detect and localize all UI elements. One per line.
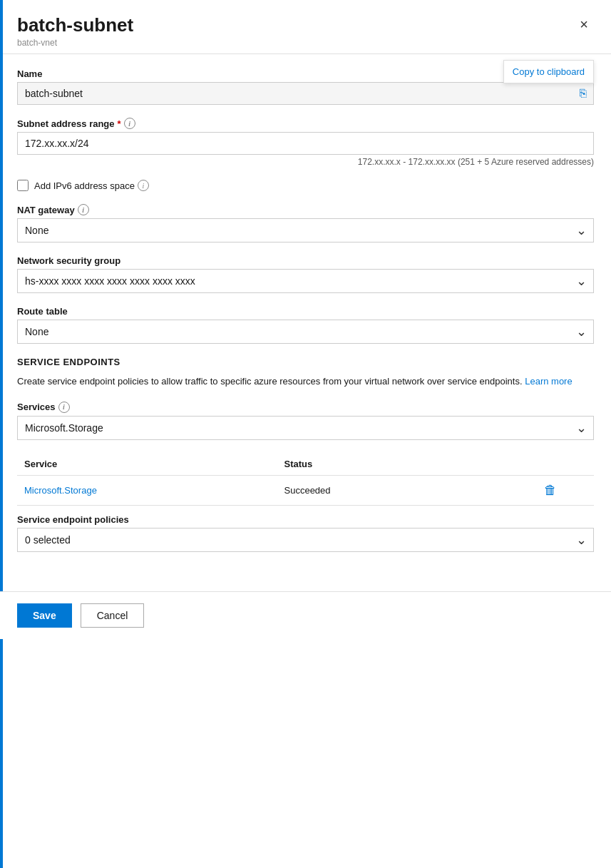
services-field-group: Services i Microsoft.Storage ⌄ — [17, 402, 594, 440]
service-endpoint-policies-label: Service endpoint policies — [17, 514, 594, 525]
subnet-address-info-icon[interactable]: i — [124, 118, 135, 129]
service-endpoints-section: SERVICE ENDPOINTS Create service endpoin… — [17, 357, 594, 389]
nsg-select-wrap: hs-xxxx xxxx xxxx xxxx xxxx xxxx xxxx ⌄ — [17, 269, 594, 293]
cancel-button[interactable]: Cancel — [81, 603, 145, 628]
address-hint: 172.xx.xx.x - 172.xx.xx.xx (251 + 5 Azur… — [17, 157, 594, 167]
status-cell: Succeeded — [284, 485, 545, 496]
nsg-select[interactable]: hs-xxxx xxxx xxxx xxxx xxxx xxxx xxxx — [17, 269, 594, 293]
nat-gateway-field-group: NAT gateway i None ⌄ — [17, 204, 594, 242]
table-row: Microsoft.Storage Succeeded 🗑 — [17, 476, 594, 506]
nat-gateway-select-wrap: None ⌄ — [17, 218, 594, 242]
panel-title: batch-subnet — [17, 14, 133, 36]
subnet-address-field-group: Subnet address range * i 172.xx.xx.x - 1… — [17, 118, 594, 167]
delete-row-button[interactable]: 🗑 — [544, 483, 557, 498]
name-input[interactable] — [17, 82, 594, 105]
panel-header: batch-subnet batch-vnet × — [0, 0, 611, 54]
services-select-wrap: Microsoft.Storage ⌄ — [17, 416, 594, 440]
service-cell[interactable]: Microsoft.Storage — [24, 485, 284, 496]
panel-title-group: batch-subnet batch-vnet — [17, 14, 133, 48]
services-label: Services i — [17, 402, 594, 413]
delete-cell: 🗑 — [544, 483, 587, 498]
table-header-row: Service Status — [17, 453, 594, 476]
copy-tooltip[interactable]: Copy to clipboard — [503, 60, 594, 83]
ipv6-checkbox-row: Add IPv6 address space i — [17, 180, 594, 191]
actions-column-header — [544, 459, 587, 469]
service-endpoints-heading: SERVICE ENDPOINTS — [17, 357, 594, 367]
footer: Save Cancel — [0, 591, 611, 639]
ipv6-checkbox[interactable] — [17, 180, 29, 191]
required-marker: * — [118, 118, 121, 129]
panel-subtitle: batch-vnet — [17, 38, 133, 48]
nsg-label: Network security group — [17, 255, 594, 266]
nat-gateway-select[interactable]: None — [17, 218, 594, 242]
close-button[interactable]: × — [574, 14, 594, 34]
service-endpoint-policies-select-wrap: 0 selected ⌄ — [17, 528, 594, 552]
service-endpoints-description: Create service endpoint policies to allo… — [17, 374, 594, 389]
nsg-field-group: Network security group hs-xxxx xxxx xxxx… — [17, 255, 594, 293]
route-table-select[interactable]: None — [17, 320, 594, 344]
service-endpoint-policies-field-group: Service endpoint policies 0 selected ⌄ — [17, 514, 594, 552]
services-info-icon[interactable]: i — [58, 402, 70, 413]
panel-body: Copy to clipboard Name ⎘ Subnet address … — [0, 54, 611, 639]
learn-more-link[interactable]: Learn more — [525, 376, 572, 387]
services-table: Service Status Microsoft.Storage Succeed… — [17, 453, 594, 506]
subnet-address-input[interactable] — [17, 132, 594, 155]
route-table-label: Route table — [17, 306, 594, 317]
services-select[interactable]: Microsoft.Storage — [17, 416, 594, 440]
subnet-address-input-wrap — [17, 132, 594, 155]
service-endpoint-policies-select[interactable]: 0 selected — [17, 528, 594, 552]
panel: batch-subnet batch-vnet × Copy to clipbo… — [0, 0, 611, 868]
save-button[interactable]: Save — [17, 603, 72, 628]
subnet-address-label: Subnet address range * i — [17, 118, 594, 129]
name-input-wrap: ⎘ — [17, 82, 594, 105]
nat-gateway-label: NAT gateway i — [17, 204, 594, 215]
ipv6-info-icon[interactable]: i — [138, 180, 149, 191]
nat-gateway-info-icon[interactable]: i — [78, 204, 89, 215]
ipv6-label: Add IPv6 address space i — [34, 180, 149, 191]
status-column-header: Status — [284, 459, 545, 469]
copy-icon-button[interactable]: ⎘ — [577, 86, 590, 101]
route-table-select-wrap: None ⌄ — [17, 320, 594, 344]
service-column-header: Service — [24, 459, 284, 469]
route-table-field-group: Route table None ⌄ — [17, 306, 594, 344]
